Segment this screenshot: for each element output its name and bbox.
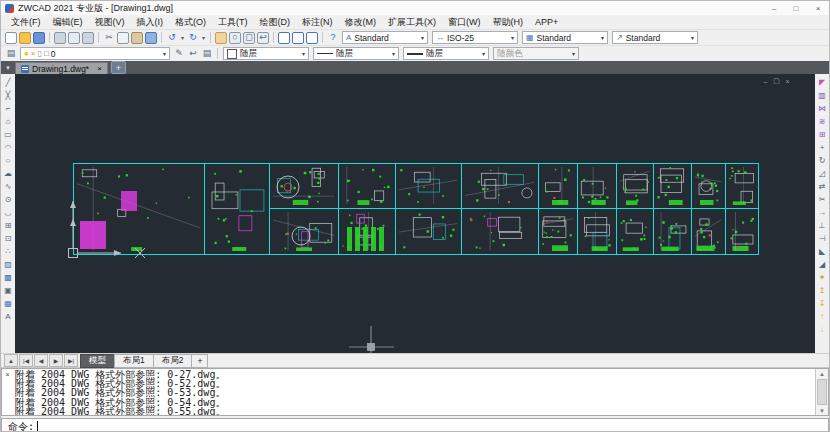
rectangle-icon[interactable]: ▭ (2, 128, 14, 141)
match-properties-icon[interactable] (145, 32, 157, 44)
linetype-combo[interactable]: 随层 ▾ (313, 47, 399, 60)
new-icon[interactable] (5, 32, 17, 44)
layer-combo[interactable]: ●×▯□ 0 ▾ (20, 47, 170, 60)
dim-style-combo[interactable]: ↔ ISO-25 ▾ (432, 31, 518, 44)
layout-tab[interactable]: 模型 (80, 354, 115, 368)
mtext-icon[interactable]: A (2, 310, 14, 323)
menu-item[interactable]: 扩展工具(X) (382, 15, 442, 29)
move-icon[interactable]: + (816, 141, 828, 154)
scrollbar-thumb[interactable] (817, 379, 827, 405)
ellipse-icon[interactable]: ⊙ (2, 193, 14, 206)
mleader-style-combo[interactable]: ↗ Standard ▾ (612, 31, 698, 44)
offset-icon[interactable]: ≋ (816, 115, 828, 128)
minimize-button[interactable]: – (763, 2, 785, 15)
menu-item[interactable]: 帮助(H) (487, 15, 530, 29)
draworder-under-icon[interactable]: ↓ (816, 323, 828, 336)
construction-line-icon[interactable]: ╳ (2, 89, 14, 102)
open-icon[interactable] (19, 32, 31, 44)
trim-icon[interactable]: ✂ (816, 193, 828, 206)
command-input[interactable]: 命令: (1, 418, 829, 432)
point-icon[interactable]: ∴ (2, 245, 14, 258)
hatch-icon[interactable]: ▨ (2, 258, 14, 271)
chevron-down-icon[interactable]: ▾ (298, 50, 305, 57)
viewport-three-icon[interactable] (306, 32, 318, 44)
next-layout-button[interactable]: ▶ (49, 354, 63, 367)
first-layout-button[interactable]: |◀ (19, 354, 33, 367)
polygon-icon[interactable]: ⌂ (2, 115, 14, 128)
menu-item[interactable]: 文件(F) (5, 15, 47, 29)
menu-item[interactable]: APP+ (529, 15, 564, 29)
arc-icon[interactable]: ◠ (2, 141, 14, 154)
array-icon[interactable]: ⊞ (816, 128, 828, 141)
cut-icon[interactable]: ✂ (103, 32, 115, 44)
ellipse-arc-icon[interactable]: ◡ (2, 206, 14, 219)
revision-cloud-icon[interactable]: ☁ (2, 167, 14, 180)
layout-tab[interactable]: 布局2 (153, 354, 193, 368)
chevron-down-icon[interactable]: ▾ (597, 34, 604, 41)
make-object-layer-current-icon[interactable]: ✎ (173, 48, 185, 60)
last-layout-button[interactable]: ▶| (64, 354, 78, 367)
paste-icon[interactable] (131, 32, 143, 44)
rotate-icon[interactable]: ↻ (816, 154, 828, 167)
polyline-icon[interactable]: ⌐ (2, 102, 14, 115)
scroll-up-icon[interactable]: ▲ (819, 369, 825, 378)
color-combo[interactable]: 随层 ▾ (223, 47, 309, 60)
layer-unlock-icon[interactable]: ▯ (38, 50, 42, 58)
viewport-two-icon[interactable] (292, 32, 304, 44)
menu-item[interactable]: 窗口(W) (442, 15, 487, 29)
redo-dropdown-icon[interactable]: ▾ (200, 32, 207, 44)
explode-icon[interactable]: ✶ (816, 271, 828, 284)
plot-icon[interactable] (54, 32, 66, 44)
zoom-realtime-icon[interactable]: ○ (229, 32, 241, 44)
stretch-icon[interactable]: ⇄ (816, 180, 828, 193)
new-layout-tab-button[interactable]: + (191, 354, 208, 368)
copy-icon[interactable] (117, 32, 129, 44)
insert-block-icon[interactable]: ⊞ (2, 219, 14, 232)
viewport-single-icon[interactable] (278, 32, 290, 44)
draworder-front-icon[interactable]: ↥ (816, 284, 828, 297)
zoom-previous-icon[interactable]: ↩ (257, 32, 269, 44)
chevron-down-icon[interactable]: ▾ (507, 34, 514, 41)
menu-item[interactable]: 编辑(E) (47, 15, 89, 29)
menu-item[interactable]: 视图(V) (89, 15, 131, 29)
chevron-down-icon[interactable]: ▾ (159, 50, 166, 57)
pan-icon[interactable] (215, 32, 227, 44)
erase-icon[interactable]: ◤ (816, 76, 828, 89)
table-icon[interactable]: ▦ (2, 297, 14, 310)
menu-item[interactable]: 绘图(D) (254, 15, 297, 29)
layer-on-icon[interactable]: ● (24, 50, 29, 58)
help-icon[interactable]: ? (327, 32, 339, 44)
prev-layout-button[interactable]: ◀ (34, 354, 48, 367)
layer-color-swatch[interactable]: □ (44, 50, 49, 58)
model-space-canvas[interactable]: –▢× (15, 74, 815, 353)
menu-item[interactable]: 工具(T) (212, 15, 254, 29)
zoom-window-icon[interactable]: ◻ (243, 32, 255, 44)
new-document-tab-button[interactable]: + (111, 61, 126, 74)
chevron-down-icon[interactable]: ▾ (417, 34, 424, 41)
menu-item[interactable]: 修改(M) (339, 15, 383, 29)
doc-close-button[interactable]: × (782, 76, 793, 86)
chevron-down-icon[interactable]: ▾ (388, 50, 395, 57)
separator[interactable] (322, 32, 323, 43)
circle-icon[interactable]: ○ (2, 154, 14, 167)
lineweight-combo[interactable]: 随层 ▾ (403, 47, 489, 60)
table-style-combo[interactable]: ▦ Standard ▾ (522, 31, 608, 44)
tab-list-menu-button[interactable]: ▼ (1, 61, 15, 74)
gradient-icon[interactable]: ▩ (2, 271, 14, 284)
tab-close-icon[interactable]: × (97, 64, 102, 73)
text-style-combo[interactable]: A Standard ▾ (342, 31, 428, 44)
menu-item[interactable]: 格式(O) (169, 15, 212, 29)
break-at-point-icon[interactable]: ⊥ (816, 219, 828, 232)
command-close-icon[interactable]: × (3, 370, 12, 379)
separator[interactable] (161, 32, 162, 43)
close-button[interactable]: × (807, 2, 829, 15)
menu-item[interactable]: 标注(N) (296, 15, 339, 29)
extend-icon[interactable]: → (816, 206, 828, 219)
cad-drawing[interactable] (15, 74, 817, 353)
spline-icon[interactable]: ∿ (2, 180, 14, 193)
separator[interactable] (210, 32, 211, 43)
maximize-button[interactable]: □ (785, 2, 807, 15)
scroll-down-icon[interactable]: ▼ (819, 406, 825, 415)
fillet-icon[interactable]: ◢ (816, 258, 828, 271)
layer-properties-manager-icon[interactable]: ▤ (5, 48, 17, 60)
